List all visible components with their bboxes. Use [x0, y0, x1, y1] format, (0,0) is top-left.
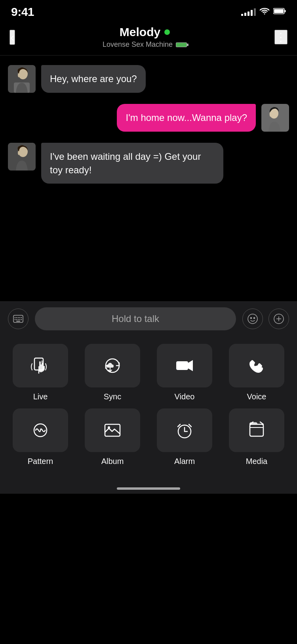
sync-icon — [102, 355, 123, 376]
header-center: Melody Lovense Sex Machine — [103, 25, 187, 49]
message-text: Hey, where are you? — [50, 73, 137, 84]
action-item-pattern[interactable]: Pattern — [8, 408, 73, 466]
home-indicator-area — [0, 482, 297, 494]
alarm-icon — [174, 420, 195, 441]
svg-rect-1 — [274, 9, 284, 13]
hold-to-talk-button[interactable]: Hold to talk — [35, 307, 236, 330]
status-bar: 9:41 — [0, 0, 297, 21]
add-button[interactable] — [268, 309, 289, 329]
svg-point-35 — [108, 426, 110, 429]
svg-line-39 — [178, 424, 180, 427]
pattern-icon-box — [13, 408, 68, 452]
header-subtitle: Lovense Sex Machine — [103, 40, 187, 49]
online-status-dot — [164, 29, 170, 35]
video-icon — [174, 355, 195, 376]
message-row: I've been waiting all day =) Get your to… — [8, 143, 289, 184]
emoji-icon — [247, 313, 258, 324]
action-item-sync[interactable]: Sync — [80, 344, 145, 401]
signal-icon — [241, 8, 256, 16]
keyboard-button[interactable] — [8, 309, 29, 329]
input-bar: Hold to talk — [0, 301, 297, 336]
contact-name-row: Melody — [120, 25, 170, 39]
alarm-label: Alarm — [174, 457, 195, 466]
hold-to-talk-label: Hold to talk — [112, 313, 159, 324]
keyboard-icon — [13, 315, 23, 323]
action-item-voice[interactable]: Voice — [224, 344, 289, 401]
chat-area: Hey, where are you? I'm home now...Wanna… — [0, 56, 297, 301]
action-item-media[interactable]: Media — [224, 408, 289, 466]
live-label: Live — [33, 392, 48, 401]
pattern-label: Pattern — [28, 457, 53, 466]
svg-marker-32 — [188, 360, 193, 371]
sync-label: Sync — [104, 392, 121, 401]
message-text: I've been waiting all day =) Get your to… — [50, 151, 201, 175]
message-row: Hey, where are you? — [8, 65, 289, 93]
live-icon-box — [13, 344, 68, 387]
status-icons — [241, 8, 286, 16]
emoji-button[interactable] — [242, 309, 263, 329]
avatar — [8, 143, 36, 171]
pattern-icon — [30, 420, 51, 441]
media-icon-box — [229, 408, 284, 452]
device-battery-icon — [176, 42, 187, 47]
svg-point-24 — [254, 318, 255, 319]
live-icon — [30, 355, 51, 376]
action-item-live[interactable]: Live — [8, 344, 73, 401]
add-icon — [273, 313, 284, 324]
message-row: I'm home now...Wanna play? — [8, 104, 289, 132]
home-indicator-bar — [117, 487, 180, 490]
message-text: I'm home now...Wanna play? — [126, 112, 247, 123]
message-bubble: I'm home now...Wanna play? — [117, 104, 256, 132]
device-name: Lovense Sex Machine — [103, 40, 173, 49]
message-bubble: I've been waiting all day =) Get your to… — [41, 143, 223, 184]
action-item-video[interactable]: Video — [152, 344, 217, 401]
svg-rect-2 — [285, 10, 286, 12]
action-grid-container: Live Sync — [0, 336, 297, 482]
album-icon-box — [85, 408, 140, 452]
chat-header: ‹ Melody Lovense Sex Machine ⋮ — [0, 21, 297, 56]
back-button[interactable]: ‹ — [10, 30, 15, 45]
action-grid: Live Sync — [8, 344, 289, 466]
album-icon — [102, 420, 123, 441]
media-icon — [246, 420, 267, 441]
alarm-icon-box — [157, 408, 212, 452]
voice-label: Voice — [247, 392, 267, 401]
svg-point-22 — [248, 314, 257, 324]
video-icon-box — [157, 344, 212, 387]
sync-icon-box — [85, 344, 140, 387]
action-item-alarm[interactable]: Alarm — [152, 408, 217, 466]
voice-icon-box — [229, 344, 284, 387]
album-label: Album — [101, 457, 124, 466]
message-bubble: Hey, where are you? — [41, 65, 146, 93]
svg-rect-31 — [176, 361, 188, 370]
video-label: Video — [175, 392, 195, 401]
contact-name: Melody — [120, 25, 160, 39]
status-time: 9:41 — [11, 5, 34, 19]
battery-icon — [273, 8, 286, 16]
media-label: Media — [246, 457, 267, 466]
svg-line-40 — [189, 424, 191, 427]
input-right-buttons — [242, 309, 289, 329]
avatar — [8, 65, 36, 93]
more-options-button[interactable]: ⋮ — [274, 30, 287, 44]
wifi-icon — [260, 8, 269, 16]
voice-icon — [246, 355, 267, 376]
svg-point-23 — [251, 318, 252, 319]
avatar — [261, 104, 289, 132]
action-item-album[interactable]: Album — [80, 408, 145, 466]
